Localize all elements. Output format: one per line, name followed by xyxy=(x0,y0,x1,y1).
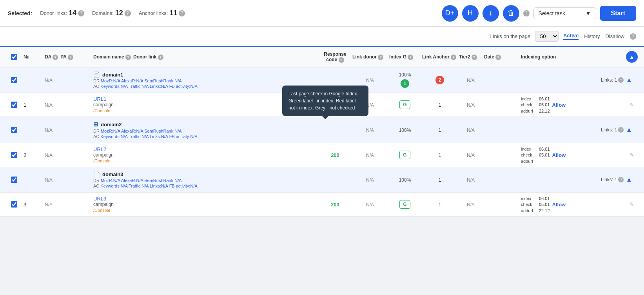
domain2-keywords-link[interactable]: Keywords:N/A xyxy=(100,134,127,139)
da-help-icon[interactable]: ? xyxy=(53,55,58,60)
link2-link-anchor: 1 xyxy=(422,152,457,158)
donor-link-help-icon[interactable]: ? xyxy=(158,55,163,60)
select-all-checkbox[interactable] xyxy=(11,54,17,60)
link1-tier2: N/A xyxy=(459,102,483,108)
domain2-checkbox[interactable] xyxy=(11,127,17,133)
domain1-keywords-link[interactable]: Keywords:N/A xyxy=(100,84,127,89)
link1-allow[interactable]: Allow xyxy=(552,102,566,108)
domain-name-help-icon[interactable]: ? xyxy=(125,55,131,60)
selected-label: Selected: xyxy=(8,10,32,16)
donor-links-help-icon[interactable]: ? xyxy=(78,10,84,16)
link-row-3: 3 N/A URL3 campaign /Console 200 N/A G 1… xyxy=(0,193,644,217)
link-donor-help-icon[interactable]: ? xyxy=(378,55,383,60)
domain3-info: 📄 domain3 DR MozR:N/A AlexaR:N/A SemRush… xyxy=(93,171,318,188)
domain1-index-g: 100% 1 xyxy=(389,72,421,88)
link2-checkbox[interactable] xyxy=(11,152,17,158)
link1-edit-button[interactable]: ✎ xyxy=(629,102,634,108)
domain2-links-help-icon[interactable]: ? xyxy=(618,127,624,133)
link2-console[interactable]: /Console xyxy=(93,158,110,163)
domain3-alexar-link[interactable]: AlexaR:N/A xyxy=(121,178,143,183)
domain3-index-g: 100% xyxy=(389,177,421,183)
download-button[interactable]: ↓ xyxy=(483,5,499,22)
d-plus-icon: D+ xyxy=(445,9,455,17)
domain3-links-link[interactable]: Links:N/A xyxy=(150,184,168,188)
tab-history[interactable]: History xyxy=(584,33,600,39)
tab-disallow[interactable]: Disallow xyxy=(606,33,624,39)
domain3-fb-link[interactable]: FB activity:N/A xyxy=(169,184,198,188)
start-button[interactable]: Start xyxy=(600,6,636,21)
domain3-mozr-link[interactable]: MozR:N/A xyxy=(101,178,120,183)
link3-edit-button[interactable]: ✎ xyxy=(629,201,634,208)
domain3-semrush-link[interactable]: SemRushRank:N/A xyxy=(144,178,181,183)
domain1-checkbox-cell xyxy=(6,77,22,83)
domain2-wp-icon: ⊞ xyxy=(93,121,98,128)
h-plus-button[interactable]: H xyxy=(462,5,479,22)
tabs-help-icon[interactable]: ? xyxy=(630,33,636,40)
domain3-links-help-icon[interactable]: ? xyxy=(618,177,624,182)
tab-active[interactable]: Active xyxy=(563,33,579,40)
domain3-keywords-link[interactable]: Keywords:N/A xyxy=(100,184,127,188)
link2-edit-button[interactable]: ✎ xyxy=(629,152,634,158)
per-page-select[interactable]: 50 10 25 100 xyxy=(535,31,559,42)
topbar-help-icon[interactable]: ? xyxy=(523,10,530,16)
domain1-links-help-icon[interactable]: ? xyxy=(618,77,624,83)
view-tabs: Active History Disallow ? xyxy=(563,33,636,40)
select-task-dropdown[interactable]: Select task ▼ xyxy=(533,7,596,19)
link3-url[interactable]: URL3 xyxy=(93,196,106,202)
domain1-da: N/A xyxy=(45,77,92,83)
link1-checkbox[interactable] xyxy=(11,102,17,108)
domain3-checkbox-cell xyxy=(6,177,22,183)
link1-console[interactable]: /Console xyxy=(93,108,110,113)
link3-checkbox[interactable] xyxy=(11,201,17,208)
domain3-collapse-button[interactable]: ▲ xyxy=(626,176,632,183)
domain2-mozr-link[interactable]: MozR:N/A xyxy=(101,129,120,133)
domain2-semrush-link[interactable]: SemRushRank:N/A xyxy=(144,129,181,133)
scroll-top-button[interactable]: ▲ xyxy=(626,51,638,63)
domain2-fb-link[interactable]: FB activity:N/A xyxy=(169,134,198,139)
link1-link-anchor: 1 xyxy=(422,102,457,108)
header-index-g: Index G ? xyxy=(389,54,421,60)
domains-label: Domains: xyxy=(92,10,114,16)
domain1-traffic-link[interactable]: Traffic:N/A xyxy=(129,84,149,89)
link3-index-g: G xyxy=(389,200,421,209)
domain3-checkbox[interactable] xyxy=(11,177,17,183)
domain3-traffic-link[interactable]: Traffic:N/A xyxy=(129,184,149,188)
anchor-links-help-icon[interactable]: ? xyxy=(179,10,185,16)
domain2-traffic-link[interactable]: Traffic:N/A xyxy=(129,134,149,139)
index-g-help-icon[interactable]: ? xyxy=(408,55,413,60)
response-help-icon[interactable]: ? xyxy=(339,57,344,63)
link3-console[interactable]: /Console xyxy=(93,208,110,213)
domain1-fb-link[interactable]: FB activity:N/A xyxy=(169,84,198,89)
domain1-link-donor: N/A xyxy=(352,77,388,83)
link3-response: 200 xyxy=(319,202,351,208)
domain1-alexar-link[interactable]: AlexaR:N/A xyxy=(121,78,143,83)
link2-allow[interactable]: Allow xyxy=(552,152,566,158)
domain1-file-icon: 📄 xyxy=(93,71,100,78)
link2-campaign: campaign xyxy=(93,152,318,158)
domain1-links-link[interactable]: Links:N/A xyxy=(150,84,168,89)
domain1-mozr-link[interactable]: MozR:N/A xyxy=(101,78,120,83)
download-icon: ↓ xyxy=(489,9,492,17)
tier2-help-icon[interactable]: ? xyxy=(472,55,477,60)
domain1-semrush-link[interactable]: SemRushRank:N/A xyxy=(144,78,181,83)
link3-num: 3 xyxy=(24,202,43,208)
domains-help-icon[interactable]: ? xyxy=(125,10,131,16)
domain3-chevron: ▲ xyxy=(626,176,638,183)
domain1-collapse-button[interactable]: ▲ xyxy=(626,76,632,84)
domain1-name: domain1 xyxy=(102,72,123,78)
link1-url[interactable]: URL1 xyxy=(93,96,106,102)
domain2-collapse-button[interactable]: ▲ xyxy=(626,126,632,133)
domain2-links-link[interactable]: Links:N/A xyxy=(150,134,168,139)
link-anchor-help-icon[interactable]: ? xyxy=(451,55,456,60)
date-help-icon[interactable]: ? xyxy=(495,55,501,60)
sub-bar: Links on the page 50 10 25 100 Active Hi… xyxy=(0,27,644,47)
link1-da: N/A xyxy=(45,102,92,108)
top-bar-actions: D+ H ↓ 🗑 ? Select task ▼ Start xyxy=(442,5,636,22)
link2-url[interactable]: URL2 xyxy=(93,146,106,152)
trash-button[interactable]: 🗑 xyxy=(503,5,519,22)
link3-allow[interactable]: Allow xyxy=(552,202,566,208)
domain2-alexar-link[interactable]: AlexaR:N/A xyxy=(121,129,143,133)
d-plus-button[interactable]: D+ xyxy=(442,5,458,22)
domain1-checkbox[interactable] xyxy=(11,77,17,83)
pa-help-icon[interactable]: ? xyxy=(68,55,73,60)
